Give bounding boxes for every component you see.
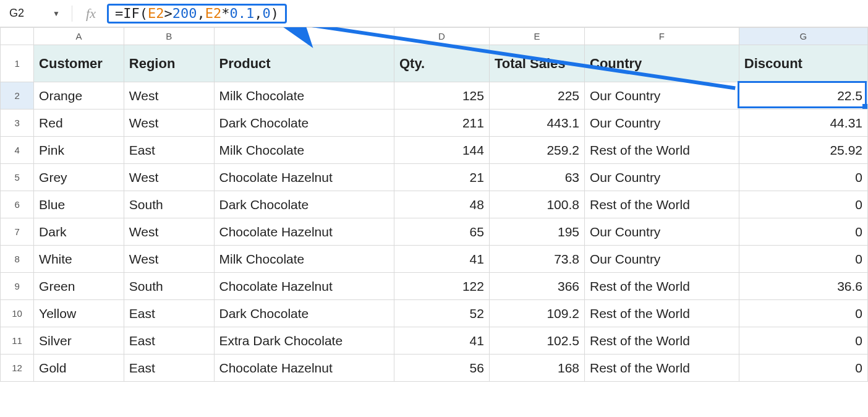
cell-G4[interactable]: 25.92	[739, 137, 867, 164]
cell-E4[interactable]: 259.2	[489, 137, 584, 164]
row-header-8[interactable]: 8	[1, 246, 34, 273]
cell-G2[interactable]: 22.5	[739, 82, 867, 110]
cell-A6[interactable]: Blue	[34, 191, 124, 218]
cell-E11[interactable]: 102.5	[489, 327, 584, 355]
cell-G12[interactable]: 0	[739, 355, 867, 382]
cell-E10[interactable]: 109.2	[489, 300, 584, 327]
cell-F12[interactable]: Rest of the World	[585, 355, 739, 382]
cell-F5[interactable]: Our Country	[585, 164, 739, 191]
cell-B3[interactable]: West	[124, 110, 214, 137]
cell-D11[interactable]: 41	[394, 327, 489, 355]
row-header-4[interactable]: 4	[1, 137, 34, 164]
spreadsheet-grid[interactable]: ABCDEFG 1CustomerRegionProductQty.Total …	[0, 27, 868, 382]
cell-F9[interactable]: Rest of the World	[585, 273, 739, 300]
cell-D3[interactable]: 211	[394, 110, 489, 137]
formula-input[interactable]: =IF(E2>200,E2*0.1,0)	[107, 4, 287, 24]
cell-B12[interactable]: East	[124, 355, 214, 382]
cell-E3[interactable]: 443.1	[489, 110, 584, 137]
cell-D7[interactable]: 65	[394, 218, 489, 246]
fx-icon[interactable]: fx	[79, 6, 103, 22]
cell-B8[interactable]: West	[124, 246, 214, 273]
cell-A7[interactable]: Dark	[34, 218, 124, 246]
cell-D2[interactable]: 125	[394, 82, 489, 110]
cell-C10[interactable]: Dark Chocolate	[214, 300, 394, 327]
cell-C1[interactable]: Product	[214, 45, 394, 82]
select-all-corner[interactable]	[1, 28, 34, 45]
col-header-A[interactable]: A	[34, 28, 124, 45]
row-header-1[interactable]: 1	[1, 45, 34, 82]
col-header-G[interactable]: G	[739, 28, 867, 45]
cell-A9[interactable]: Green	[34, 273, 124, 300]
cell-A12[interactable]: Gold	[34, 355, 124, 382]
cell-B1[interactable]: Region	[124, 45, 214, 82]
cell-A8[interactable]: White	[34, 246, 124, 273]
cell-B7[interactable]: West	[124, 218, 214, 246]
col-header-F[interactable]: F	[585, 28, 739, 45]
cell-A2[interactable]: Orange	[34, 82, 124, 110]
cell-A4[interactable]: Pink	[34, 137, 124, 164]
cell-G6[interactable]: 0	[739, 191, 867, 218]
cell-G7[interactable]: 0	[739, 218, 867, 246]
cell-E2[interactable]: 225	[489, 82, 584, 110]
cell-A5[interactable]: Grey	[34, 164, 124, 191]
cell-F10[interactable]: Rest of the World	[585, 300, 739, 327]
cell-E9[interactable]: 366	[489, 273, 584, 300]
cell-D4[interactable]: 144	[394, 137, 489, 164]
cell-E6[interactable]: 100.8	[489, 191, 584, 218]
cell-D8[interactable]: 41	[394, 246, 489, 273]
chevron-down-icon[interactable]: ▼	[53, 9, 60, 18]
cell-E5[interactable]: 63	[489, 164, 584, 191]
row-header-2[interactable]: 2	[1, 82, 34, 110]
cell-F6[interactable]: Rest of the World	[585, 191, 739, 218]
cell-B5[interactable]: West	[124, 164, 214, 191]
cell-C7[interactable]: Chocolate Hazelnut	[214, 218, 394, 246]
row-header-9[interactable]: 9	[1, 273, 34, 300]
cell-D12[interactable]: 56	[394, 355, 489, 382]
col-header-D[interactable]: D	[394, 28, 489, 45]
cell-D5[interactable]: 21	[394, 164, 489, 191]
col-header-B[interactable]: B	[124, 28, 214, 45]
cell-A11[interactable]: Silver	[34, 327, 124, 355]
cell-F7[interactable]: Our Country	[585, 218, 739, 246]
cell-B11[interactable]: East	[124, 327, 214, 355]
cell-G9[interactable]: 36.6	[739, 273, 867, 300]
cell-G3[interactable]: 44.31	[739, 110, 867, 137]
cell-F3[interactable]: Our Country	[585, 110, 739, 137]
cell-G5[interactable]: 0	[739, 164, 867, 191]
col-header-E[interactable]: E	[489, 28, 584, 45]
cell-C8[interactable]: Milk Chocolate	[214, 246, 394, 273]
row-header-12[interactable]: 12	[1, 355, 34, 382]
cell-E12[interactable]: 168	[489, 355, 584, 382]
cell-C12[interactable]: Chocolate Hazelnut	[214, 355, 394, 382]
cell-C5[interactable]: Chocolate Hazelnut	[214, 164, 394, 191]
name-box[interactable]: G2 ▼	[4, 4, 66, 23]
cell-E7[interactable]: 195	[489, 218, 584, 246]
cell-G10[interactable]: 0	[739, 300, 867, 327]
cell-C3[interactable]: Dark Chocolate	[214, 110, 394, 137]
cell-D9[interactable]: 122	[394, 273, 489, 300]
cell-D1[interactable]: Qty.	[394, 45, 489, 82]
cell-D6[interactable]: 48	[394, 191, 489, 218]
row-header-3[interactable]: 3	[1, 110, 34, 137]
cell-A1[interactable]: Customer	[34, 45, 124, 82]
cell-B4[interactable]: East	[124, 137, 214, 164]
cell-F1[interactable]: Country	[585, 45, 739, 82]
cell-F8[interactable]: Our Country	[585, 246, 739, 273]
cell-C6[interactable]: Dark Chocolate	[214, 191, 394, 218]
row-header-11[interactable]: 11	[1, 327, 34, 355]
cell-E1[interactable]: Total Sales	[489, 45, 584, 82]
row-header-6[interactable]: 6	[1, 191, 34, 218]
cell-D10[interactable]: 52	[394, 300, 489, 327]
cell-A10[interactable]: Yellow	[34, 300, 124, 327]
row-header-7[interactable]: 7	[1, 218, 34, 246]
cell-B10[interactable]: East	[124, 300, 214, 327]
row-header-10[interactable]: 10	[1, 300, 34, 327]
cell-B6[interactable]: South	[124, 191, 214, 218]
cell-F2[interactable]: Our Country	[585, 82, 739, 110]
cell-G1[interactable]: Discount	[739, 45, 867, 82]
cell-G8[interactable]: 0	[739, 246, 867, 273]
col-header-C[interactable]: C	[214, 28, 394, 45]
cell-A3[interactable]: Red	[34, 110, 124, 137]
cell-F11[interactable]: Rest of the World	[585, 327, 739, 355]
cell-G11[interactable]: 0	[739, 327, 867, 355]
